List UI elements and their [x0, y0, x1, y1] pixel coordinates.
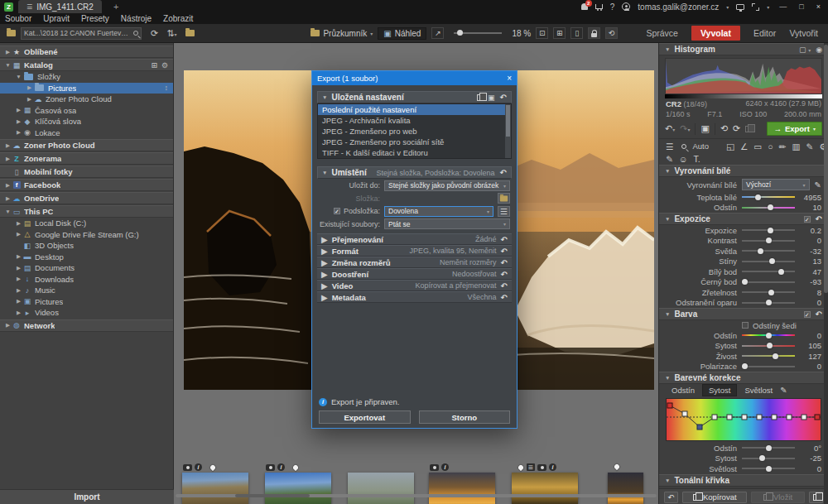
- section-reset-icon[interactable]: ↶: [501, 270, 508, 279]
- straighten-tool-icon[interactable]: ∠: [740, 142, 748, 151]
- section-reset-icon[interactable]: ↶: [501, 293, 508, 302]
- sidebar-item-disk[interactable]: ▶▤Local Disk (C:): [0, 218, 173, 229]
- expander-icon[interactable]: ▶: [15, 276, 22, 282]
- open-new-window-icon[interactable]: ↗: [431, 27, 444, 39]
- expander-icon[interactable]: ▶: [15, 253, 22, 260]
- sidebar-item-cloud[interactable]: ▶☁Zoner Photo Cloud: [0, 139, 173, 151]
- adjustments-icon[interactable]: ☰: [666, 142, 673, 151]
- slider-knob[interactable]: [758, 248, 763, 254]
- slider-track[interactable]: [742, 271, 795, 272]
- minimize-button[interactable]: —: [777, 2, 789, 11]
- preset-item[interactable]: JPEG - Archivační kvalita: [318, 115, 511, 126]
- crop-tool-icon[interactable]: ◱: [726, 142, 734, 151]
- filmstrip-scrollbar[interactable]: [176, 494, 657, 497]
- exposure-header[interactable]: ▼Expozice ✓↶: [659, 213, 828, 225]
- export-preset-icon[interactable]: [477, 94, 483, 101]
- sidebar-item-folder[interactable]: ▼Složky: [0, 71, 173, 83]
- thumbnail-image[interactable]: ☰i★★★★: [512, 473, 578, 504]
- export-confirm-button[interactable]: Exportovat: [319, 410, 411, 424]
- sidebar-item-videos[interactable]: ▶▸Videos: [0, 307, 173, 319]
- panel-scrollbar[interactable]: [824, 43, 828, 504]
- undo-icon[interactable]: ↶▾: [665, 123, 675, 134]
- lock-icon[interactable]: [588, 27, 600, 39]
- color-correction-curve[interactable]: [666, 398, 821, 441]
- display-icon[interactable]: [736, 4, 744, 10]
- slider-track[interactable]: [742, 240, 795, 242]
- dialog-section-doostření[interactable]: ▶DoostřeníNedoostřovat↶: [317, 268, 512, 280]
- preview-mode-button[interactable]: ▣Náhled: [378, 27, 426, 40]
- save-to-select[interactable]: Stejné složky jako původní obrázek▾: [384, 180, 510, 191]
- slider-track[interactable]: [742, 281, 795, 283]
- folder-up-icon[interactable]: [185, 30, 195, 36]
- import-button[interactable]: Import: [0, 489, 174, 504]
- brush-tool-icon[interactable]: ✏: [779, 142, 787, 151]
- exposure-enabled-checkbox[interactable]: ✓: [804, 216, 811, 223]
- frame-tool-icon[interactable]: ▭: [753, 142, 762, 151]
- gradient-filter-icon[interactable]: ▥: [792, 142, 800, 151]
- expander-icon[interactable]: ▼: [4, 62, 12, 68]
- color-reset-icon[interactable]: ↶: [816, 310, 822, 319]
- pen-tool-icon[interactable]: ✎: [666, 154, 673, 164]
- filmstrip-item[interactable]: iIMG_0971.CR2: [182, 473, 248, 504]
- eyedropper-icon[interactable]: ✎: [815, 180, 821, 190]
- subfolder-input[interactable]: Dovolena▾: [384, 206, 493, 217]
- thumbnail-image[interactable]: [348, 473, 414, 504]
- color-header[interactable]: ▼Barva ✓↶: [659, 308, 828, 320]
- sidebar-item-documents[interactable]: ▶▤Documents: [0, 262, 173, 274]
- slider-knob[interactable]: [768, 228, 773, 233]
- tone-curve-header[interactable]: ▼Tonální křivka: [659, 474, 828, 487]
- color-corrections-header[interactable]: ▼Barevné korekce: [659, 372, 828, 384]
- filmstrip-scrollbar-thumb[interactable]: [235, 494, 310, 497]
- slider-track[interactable]: [742, 302, 795, 304]
- sidebar-item-gdrive[interactable]: ▶△Google Drive File Stream (G:): [0, 229, 173, 241]
- location-header[interactable]: ▼Umístění Stejná složka, Podsložka: Dovo…: [317, 166, 512, 179]
- sidebar-item-computer[interactable]: ▼▭This PC: [0, 205, 173, 218]
- slider-knob[interactable]: [742, 363, 748, 369]
- zoom-fit-icon[interactable]: ⊞: [553, 27, 566, 39]
- menu-nástroje[interactable]: Nástroje: [121, 14, 152, 23]
- expander-icon[interactable]: ▶: [15, 231, 22, 238]
- subfolder-checkbox[interactable]: ✓: [334, 208, 340, 214]
- refresh-icon[interactable]: ⟳: [151, 28, 158, 39]
- expander-icon[interactable]: ▶: [15, 118, 22, 125]
- paste-settings-button[interactable]: Vložit: [751, 492, 805, 503]
- expander-icon[interactable]: ▼: [4, 209, 12, 214]
- dialog-section-metadata[interactable]: ▶MetadataVšechna↶: [317, 291, 512, 303]
- slider-knob[interactable]: [759, 455, 765, 461]
- slider-knob[interactable]: [773, 353, 778, 359]
- sidebar-item-desktop[interactable]: ▶▬Desktop: [0, 252, 173, 263]
- panel-layout-icon[interactable]: ▯: [570, 27, 583, 39]
- sidebar-item-timeline-calendar[interactable]: ▶▦Časová osa: [0, 105, 173, 117]
- sidebar-item-downloads[interactable]: ▶↓Downloads: [0, 274, 173, 286]
- expander-icon[interactable]: ▶: [15, 107, 22, 113]
- filmstrip-item[interactable]: IMG_1031.CR2: [348, 473, 414, 504]
- mode-vyvolat[interactable]: Vyvolat: [691, 26, 740, 41]
- tab-světlost[interactable]: Světlost: [739, 385, 778, 396]
- rotate-left-icon[interactable]: ⟲: [720, 123, 728, 134]
- expander-icon[interactable]: ▶: [15, 220, 22, 227]
- dialog-close-icon[interactable]: ×: [507, 74, 512, 83]
- subfolder-menu-icon[interactable]: ☰: [498, 206, 510, 217]
- cc-eyedropper-icon[interactable]: ✎: [780, 386, 787, 395]
- expander-icon[interactable]: ▶: [26, 96, 33, 103]
- sidebar-item-keywords-tag[interactable]: ▶◆Klíčová slova: [0, 116, 173, 127]
- expander-icon[interactable]: ▶: [4, 195, 12, 202]
- expander-icon[interactable]: ▼: [15, 74, 22, 79]
- zoom-slider-knob[interactable]: [457, 30, 463, 36]
- preset-list-scrollbar[interactable]: [505, 104, 511, 158]
- existing-files-select[interactable]: Ptát se▾: [384, 218, 510, 229]
- slider-knob[interactable]: [742, 279, 748, 285]
- expander-icon[interactable]: ▶: [15, 129, 22, 136]
- dialog-section-video[interactable]: ▶VideoKopírovat a přejmenovat↶: [317, 280, 512, 291]
- expander-icon[interactable]: ▶: [26, 84, 33, 91]
- radial-filter-icon[interactable]: ○: [768, 142, 773, 151]
- dialog-section-přejmenování[interactable]: ▶PřejmenováníŽádné↶: [317, 233, 512, 245]
- slider-track[interactable]: [742, 196, 795, 198]
- sidebar-item-zonerama[interactable]: ▶ZZonerama: [0, 152, 173, 165]
- slider-track[interactable]: [742, 334, 795, 336]
- slider-track[interactable]: [742, 261, 795, 262]
- slider-track[interactable]: [742, 229, 795, 231]
- compare-image-icon[interactable]: ▣: [700, 123, 709, 134]
- fullscreen-caret-icon[interactable]: ▾: [767, 4, 769, 10]
- panel-scrollbar-thumb[interactable]: [824, 45, 828, 293]
